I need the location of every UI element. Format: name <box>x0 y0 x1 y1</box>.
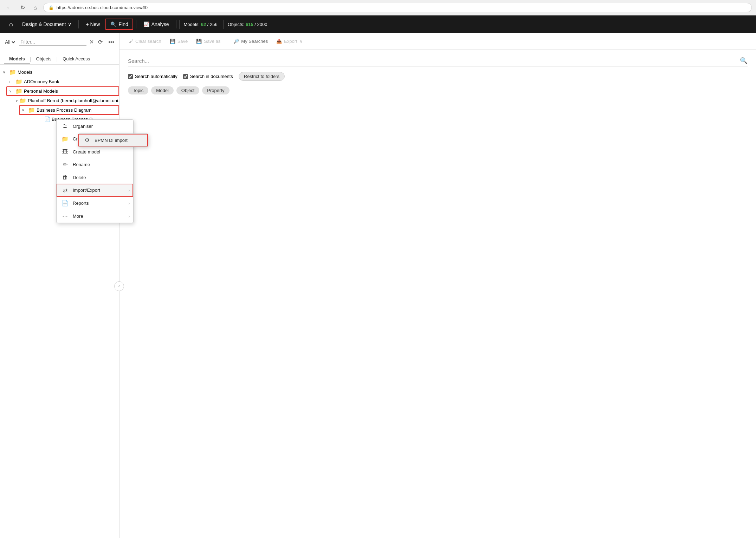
right-toolbar: 🖌 Clear search 💾 Save 💾 Save as 🔎 My Sea… <box>119 33 756 50</box>
submenu: ⚙ BPMN DI import <box>78 133 148 147</box>
trend-icon: 📈 <box>143 21 149 27</box>
submenu-bpmn-import[interactable]: ⚙ BPMN DI import <box>78 134 148 146</box>
right-panel: 🖌 Clear search 💾 Save 💾 Save as 🔎 My Sea… <box>119 33 756 538</box>
search-icon: 🔍 <box>110 21 116 27</box>
save-button[interactable]: 💾 Save <box>166 37 192 46</box>
context-menu-reports-label: Reports <box>73 201 89 206</box>
search-area: 🔍 Search automatically Search in documen… <box>119 50 756 94</box>
nav-design-label: Design & Document <box>22 21 66 27</box>
my-searches-label: My Searches <box>241 39 268 44</box>
filter-more-button[interactable]: ••• <box>107 38 116 47</box>
save-as-button[interactable]: 💾 Save as <box>193 37 224 46</box>
save-as-icon: 💾 <box>196 39 202 44</box>
tree-item-plumhoff[interactable]: ∨ 📁 Plumhoff Bernd (bernd.plumhoff@alumn… <box>13 96 119 105</box>
search-options-row: Search automatically Search in documents… <box>128 72 748 81</box>
export-arrow-icon: ∨ <box>299 39 303 44</box>
refresh-button[interactable]: ↻ <box>18 3 27 12</box>
my-searches-button[interactable]: 🔎 My Searches <box>230 37 271 46</box>
tag-model-button[interactable]: Model <box>151 86 173 94</box>
tree-item-models[interactable]: ∨ 📁 Models <box>0 67 119 77</box>
filter-type-select[interactable]: All <box>4 39 16 45</box>
filter-refresh-button[interactable]: ⟳ <box>97 37 104 47</box>
rename-icon: ✏ <box>62 161 69 168</box>
submenu-arrow-icon: › <box>128 214 130 218</box>
restrict-folders-button[interactable]: Restrict to folders <box>239 72 285 81</box>
models-label: Models: <box>184 22 200 27</box>
objects-separator: / <box>254 22 257 27</box>
tree-arrow-icon: ∨ <box>9 89 14 93</box>
address-text: https://adonis-ce.boc-cloud.com/main.vie… <box>57 5 148 10</box>
folder-icon: 📁 <box>28 107 35 113</box>
export-label: Export <box>284 39 297 44</box>
context-menu-delete[interactable]: 🗑 Delete <box>57 171 133 184</box>
filter-clear-button[interactable]: ✕ <box>89 39 94 45</box>
objects-total: 2000 <box>257 22 267 27</box>
search-docs-label: Search in documents <box>190 74 233 79</box>
tree-arrow-icon: ∨ <box>15 99 18 103</box>
tag-topic-button[interactable]: Topic <box>128 86 148 94</box>
tree-label: Business Process Diagram <box>37 107 91 113</box>
search-auto-checkbox[interactable] <box>128 74 133 79</box>
tree-label: ADOmoney Bank <box>24 79 59 84</box>
context-menu-rename-label: Rename <box>73 162 90 167</box>
export-button[interactable]: 📤 Export ∨ <box>273 37 306 46</box>
nav-new-label: + New <box>86 21 100 27</box>
search-input[interactable] <box>128 58 740 64</box>
search-docs-checkbox[interactable] <box>183 74 188 79</box>
clear-search-label: Clear search <box>135 39 161 44</box>
tree-label: Models <box>18 70 32 75</box>
context-menu-more[interactable]: ⋯ More › <box>57 210 133 223</box>
file-icon: 📄 <box>44 116 50 122</box>
tab-quick-access[interactable]: Quick Access <box>58 54 95 64</box>
tab-objects[interactable]: Objects <box>31 54 56 64</box>
search-icon: 🔍 <box>740 57 748 64</box>
panel-collapse-button[interactable]: ‹ <box>114 281 124 291</box>
nav-find-button[interactable]: 🔍 Find <box>105 19 133 30</box>
tree-item-adomoney[interactable]: › 📁 ADOmoney Bank <box>6 77 119 86</box>
tab-models[interactable]: Models <box>4 54 30 64</box>
models-total: 256 <box>210 22 218 27</box>
context-menu-import-export[interactable]: ⇄ Import/Export › <box>57 184 133 197</box>
tag-object-button[interactable]: Object <box>176 86 200 94</box>
objects-used: 615 <box>246 22 253 27</box>
search-docs-option[interactable]: Search in documents <box>183 74 233 79</box>
tree-item-personal-models[interactable]: ∨ 📁 Personal Models <box>6 86 119 96</box>
tree-item-bpd[interactable]: ∨ 📁 Business Process Diagram <box>19 105 119 115</box>
context-menu-organiser[interactable]: 🗂 Organiser <box>57 120 133 132</box>
reports-icon: 📄 <box>62 200 69 206</box>
search-submit-button[interactable]: 🔍 <box>740 57 748 65</box>
address-bar[interactable]: 🔒 https://adonis-ce.boc-cloud.com/main.v… <box>43 3 752 12</box>
clear-search-button[interactable]: 🖌 Clear search <box>125 37 165 46</box>
organiser-icon: 🗂 <box>62 123 69 129</box>
create-model-icon: 🖼 <box>62 149 69 155</box>
models-used: 62 <box>201 22 206 27</box>
submenu-arrow-icon: › <box>128 188 130 192</box>
restrict-label: Restrict to folders <box>244 74 279 79</box>
home-button[interactable]: ⌂ <box>31 3 39 12</box>
nav-design-button[interactable]: Design & Document ∨ <box>18 19 76 30</box>
back-button[interactable]: ← <box>4 3 14 12</box>
filter-input[interactable] <box>19 38 86 46</box>
nav-home-button[interactable]: ⌂ <box>6 18 17 31</box>
brush-icon: 🖌 <box>129 39 133 44</box>
context-menu-create-model[interactable]: 🖼 Create model <box>57 145 133 158</box>
context-menu-reports[interactable]: 📄 Reports › <box>57 197 133 210</box>
search-auto-option[interactable]: Search automatically <box>128 74 177 79</box>
save-as-label: Save as <box>204 39 220 44</box>
save-label: Save <box>177 39 188 44</box>
objects-stat: Objects: 615 / 2000 <box>223 20 272 29</box>
nav-divider-3 <box>176 20 176 28</box>
bpmn-import-icon: ⚙ <box>83 137 90 143</box>
context-menu-delete-label: Delete <box>73 175 86 180</box>
tree-label: Personal Models <box>24 88 58 94</box>
models-separator: / <box>207 22 210 27</box>
context-menu-rename[interactable]: ✏ Rename <box>57 158 133 171</box>
import-export-icon: ⇄ <box>62 187 69 193</box>
context-menu-import-export-label: Import/Export <box>73 188 100 193</box>
tag-property-button[interactable]: Property <box>202 86 229 94</box>
nav-analyse-label: Analyse <box>151 21 169 27</box>
nav-new-button[interactable]: + New <box>82 19 104 30</box>
browser-chrome: ← ↻ ⌂ 🔒 https://adonis-ce.boc-cloud.com/… <box>0 0 756 15</box>
objects-label: Objects: <box>228 22 245 27</box>
nav-analyse-button[interactable]: 📈 Analyse <box>139 19 173 30</box>
